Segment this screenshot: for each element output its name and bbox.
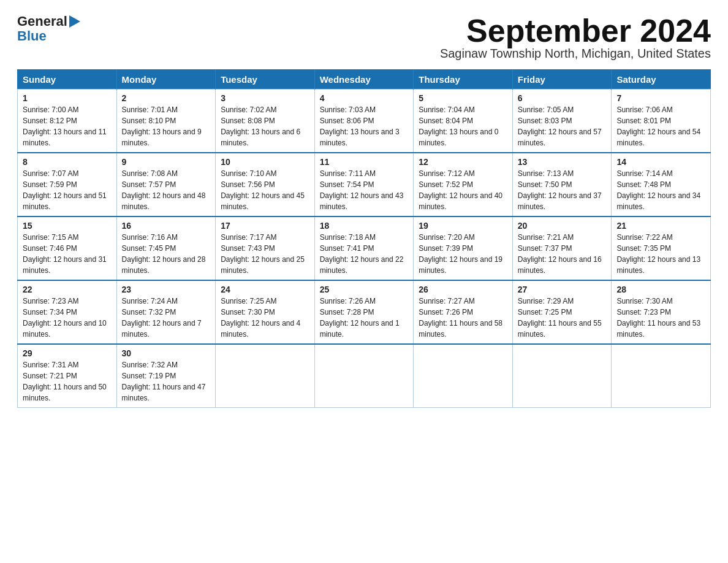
day-number: 28 bbox=[616, 285, 705, 294]
calendar-day-cell: 24 Sunrise: 7:25 AMSunset: 7:30 PMDaylig… bbox=[216, 280, 315, 344]
calendar-day-cell: 29 Sunrise: 7:31 AMSunset: 7:21 PMDaylig… bbox=[18, 344, 117, 408]
day-info: Sunrise: 7:20 AMSunset: 7:39 PMDaylight:… bbox=[419, 233, 502, 275]
day-info: Sunrise: 7:26 AMSunset: 7:28 PMDaylight:… bbox=[320, 297, 400, 339]
day-info: Sunrise: 7:08 AMSunset: 7:57 PMDaylight:… bbox=[122, 169, 206, 211]
day-number: 2 bbox=[122, 93, 211, 103]
day-info: Sunrise: 7:16 AMSunset: 7:45 PMDaylight:… bbox=[122, 233, 206, 275]
day-number: 18 bbox=[320, 221, 409, 231]
weekday-header-friday: Friday bbox=[512, 70, 612, 90]
day-number: 19 bbox=[419, 221, 507, 231]
calendar-day-cell: 15 Sunrise: 7:15 AMSunset: 7:46 PMDaylig… bbox=[18, 216, 117, 280]
day-info: Sunrise: 7:17 AMSunset: 7:43 PMDaylight:… bbox=[221, 233, 305, 275]
calendar-day-cell: 2 Sunrise: 7:01 AMSunset: 8:10 PMDayligh… bbox=[116, 90, 216, 153]
day-number: 21 bbox=[616, 221, 705, 231]
page-header: General Blue September 2024 Saginaw Town… bbox=[17, 15, 711, 67]
calendar-day-cell: 16 Sunrise: 7:16 AMSunset: 7:45 PMDaylig… bbox=[116, 216, 216, 280]
weekday-header-thursday: Thursday bbox=[414, 70, 513, 90]
calendar-week-row: 1 Sunrise: 7:00 AMSunset: 8:12 PMDayligh… bbox=[18, 90, 711, 153]
day-info: Sunrise: 7:18 AMSunset: 7:41 PMDaylight:… bbox=[320, 233, 404, 275]
calendar-day-cell bbox=[512, 344, 612, 408]
day-number: 26 bbox=[419, 285, 507, 294]
day-number: 12 bbox=[419, 157, 507, 167]
calendar-day-cell: 30 Sunrise: 7:32 AMSunset: 7:19 PMDaylig… bbox=[116, 344, 216, 408]
day-number: 23 bbox=[122, 285, 211, 294]
calendar-day-cell: 11 Sunrise: 7:11 AMSunset: 7:54 PMDaylig… bbox=[314, 153, 414, 216]
day-number: 3 bbox=[221, 93, 309, 103]
calendar-table: SundayMondayTuesdayWednesdayThursdayFrid… bbox=[17, 69, 711, 408]
day-info: Sunrise: 7:25 AMSunset: 7:30 PMDaylight:… bbox=[221, 297, 300, 339]
day-number: 20 bbox=[518, 221, 607, 231]
weekday-header-monday: Monday bbox=[116, 70, 216, 90]
day-number: 11 bbox=[320, 157, 409, 167]
calendar-day-cell: 19 Sunrise: 7:20 AMSunset: 7:39 PMDaylig… bbox=[414, 216, 513, 280]
calendar-week-row: 15 Sunrise: 7:15 AMSunset: 7:46 PMDaylig… bbox=[18, 216, 711, 280]
day-number: 17 bbox=[221, 221, 309, 231]
day-number: 4 bbox=[320, 93, 409, 103]
calendar-day-cell: 18 Sunrise: 7:18 AMSunset: 7:41 PMDaylig… bbox=[314, 216, 414, 280]
day-number: 7 bbox=[616, 93, 705, 103]
calendar-day-cell: 4 Sunrise: 7:03 AMSunset: 8:06 PMDayligh… bbox=[314, 90, 414, 153]
calendar-day-cell: 12 Sunrise: 7:12 AMSunset: 7:52 PMDaylig… bbox=[414, 153, 513, 216]
calendar-day-cell: 28 Sunrise: 7:30 AMSunset: 7:23 PMDaylig… bbox=[612, 280, 711, 344]
weekday-header-tuesday: Tuesday bbox=[216, 70, 315, 90]
location-subtitle: Saginaw Township North, Michigan, United… bbox=[440, 47, 711, 61]
day-number: 22 bbox=[23, 285, 112, 294]
day-info: Sunrise: 7:00 AMSunset: 8:12 PMDaylight:… bbox=[23, 105, 107, 147]
weekday-header-saturday: Saturday bbox=[612, 70, 711, 90]
weekday-header-wednesday: Wednesday bbox=[314, 70, 414, 90]
day-number: 16 bbox=[122, 221, 211, 231]
day-info: Sunrise: 7:15 AMSunset: 7:46 PMDaylight:… bbox=[23, 233, 107, 275]
day-number: 5 bbox=[419, 93, 507, 103]
day-info: Sunrise: 7:30 AMSunset: 7:23 PMDaylight:… bbox=[616, 297, 700, 339]
day-info: Sunrise: 7:14 AMSunset: 7:48 PMDaylight:… bbox=[616, 169, 700, 211]
calendar-day-cell: 7 Sunrise: 7:06 AMSunset: 8:01 PMDayligh… bbox=[612, 90, 711, 153]
day-info: Sunrise: 7:04 AMSunset: 8:04 PMDaylight:… bbox=[419, 105, 498, 147]
calendar-week-row: 8 Sunrise: 7:07 AMSunset: 7:59 PMDayligh… bbox=[18, 153, 711, 216]
day-number: 6 bbox=[518, 93, 607, 103]
calendar-day-cell: 17 Sunrise: 7:17 AMSunset: 7:43 PMDaylig… bbox=[216, 216, 315, 280]
day-number: 14 bbox=[616, 157, 705, 167]
weekday-header-sunday: Sunday bbox=[18, 70, 117, 90]
day-number: 8 bbox=[23, 157, 112, 167]
calendar-day-cell: 5 Sunrise: 7:04 AMSunset: 8:04 PMDayligh… bbox=[414, 90, 513, 153]
day-info: Sunrise: 7:29 AMSunset: 7:25 PMDaylight:… bbox=[518, 297, 602, 339]
day-info: Sunrise: 7:27 AMSunset: 7:26 PMDaylight:… bbox=[419, 297, 502, 339]
day-number: 25 bbox=[320, 285, 409, 294]
day-info: Sunrise: 7:13 AMSunset: 7:50 PMDaylight:… bbox=[518, 169, 602, 211]
day-number: 13 bbox=[518, 157, 607, 167]
logo-blue-text: Blue bbox=[17, 28, 47, 44]
month-title: September 2024 bbox=[440, 15, 711, 47]
calendar-day-cell bbox=[612, 344, 711, 408]
day-info: Sunrise: 7:10 AMSunset: 7:56 PMDaylight:… bbox=[221, 169, 305, 211]
calendar-day-cell: 25 Sunrise: 7:26 AMSunset: 7:28 PMDaylig… bbox=[314, 280, 414, 344]
calendar-day-cell: 6 Sunrise: 7:05 AMSunset: 8:03 PMDayligh… bbox=[512, 90, 612, 153]
calendar-day-cell: 22 Sunrise: 7:23 AMSunset: 7:34 PMDaylig… bbox=[18, 280, 117, 344]
calendar-day-cell bbox=[314, 344, 414, 408]
day-info: Sunrise: 7:23 AMSunset: 7:34 PMDaylight:… bbox=[23, 297, 107, 339]
day-info: Sunrise: 7:22 AMSunset: 7:35 PMDaylight:… bbox=[616, 233, 700, 275]
day-number: 1 bbox=[23, 93, 112, 103]
day-info: Sunrise: 7:31 AMSunset: 7:21 PMDaylight:… bbox=[23, 361, 107, 402]
day-info: Sunrise: 7:32 AMSunset: 7:19 PMDaylight:… bbox=[122, 361, 206, 402]
day-info: Sunrise: 7:06 AMSunset: 8:01 PMDaylight:… bbox=[616, 105, 700, 147]
day-number: 27 bbox=[518, 285, 607, 294]
calendar-day-cell: 1 Sunrise: 7:00 AMSunset: 8:12 PMDayligh… bbox=[18, 90, 117, 153]
calendar-day-cell: 14 Sunrise: 7:14 AMSunset: 7:48 PMDaylig… bbox=[612, 153, 711, 216]
calendar-day-cell: 9 Sunrise: 7:08 AMSunset: 7:57 PMDayligh… bbox=[116, 153, 216, 216]
day-number: 9 bbox=[122, 157, 211, 167]
calendar-day-cell: 3 Sunrise: 7:02 AMSunset: 8:08 PMDayligh… bbox=[216, 90, 315, 153]
day-number: 15 bbox=[23, 221, 112, 231]
day-info: Sunrise: 7:02 AMSunset: 8:08 PMDaylight:… bbox=[221, 105, 300, 147]
day-number: 10 bbox=[221, 157, 309, 167]
calendar-day-cell bbox=[216, 344, 315, 408]
logo-triangle-icon bbox=[69, 15, 80, 28]
calendar-day-cell bbox=[414, 344, 513, 408]
calendar-day-cell: 13 Sunrise: 7:13 AMSunset: 7:50 PMDaylig… bbox=[512, 153, 612, 216]
day-info: Sunrise: 7:11 AMSunset: 7:54 PMDaylight:… bbox=[320, 169, 404, 211]
weekday-header-row: SundayMondayTuesdayWednesdayThursdayFrid… bbox=[18, 70, 711, 90]
day-number: 24 bbox=[221, 285, 309, 294]
calendar-week-row: 22 Sunrise: 7:23 AMSunset: 7:34 PMDaylig… bbox=[18, 280, 711, 344]
logo-general-text: General bbox=[17, 15, 67, 28]
calendar-week-row: 29 Sunrise: 7:31 AMSunset: 7:21 PMDaylig… bbox=[18, 344, 711, 408]
day-info: Sunrise: 7:01 AMSunset: 8:10 PMDaylight:… bbox=[122, 105, 202, 147]
